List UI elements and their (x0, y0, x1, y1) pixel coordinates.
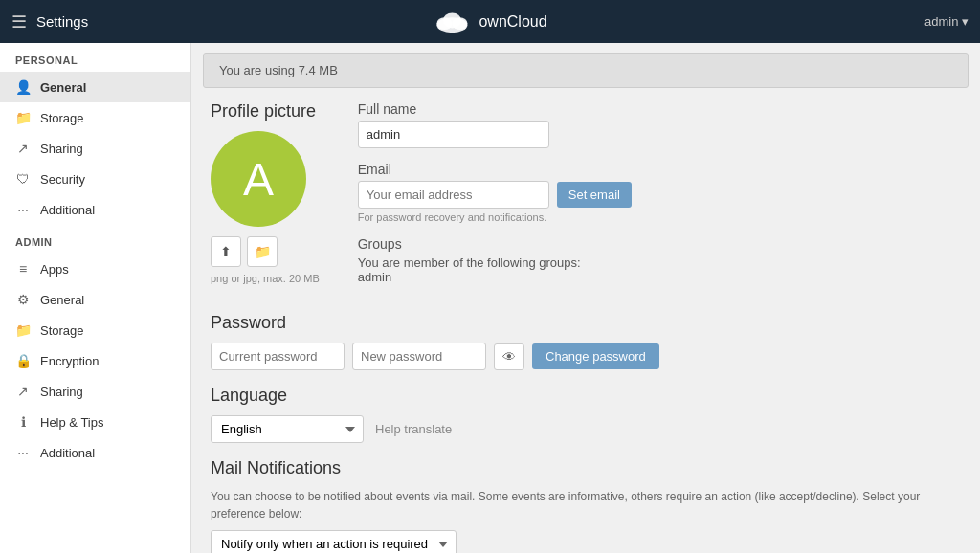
email-row: Set email (358, 181, 961, 209)
sidebar-item-additional-label: Additional (40, 203, 95, 217)
email-group: Email Set email For password recovery an… (358, 162, 961, 223)
apps-icon: ≡ (15, 261, 31, 276)
sidebar-item-sharing[interactable]: ↗ Sharing (0, 133, 190, 164)
email-label: Email (358, 162, 961, 177)
select-from-folder-button[interactable]: 📁 (247, 236, 278, 267)
sidebar-item-admin-additional[interactable]: ··· Additional (0, 437, 190, 468)
sidebar-item-storage-label: Storage (40, 111, 84, 125)
mail-description: You can choose to be notified about even… (211, 488, 961, 522)
top-section-row: Profile picture A ⬆ 📁 png or jpg, max. 2… (211, 101, 961, 298)
nav-left: ☰ Settings (11, 11, 88, 33)
sidebar-item-admin-additional-label: Additional (40, 446, 95, 460)
avatar-buttons: ⬆ 📁 (211, 236, 278, 267)
avatar: A (211, 131, 306, 227)
sharing-icon: ↗ (15, 141, 31, 156)
admin-sharing-icon: ↗ (15, 384, 31, 399)
hamburger-icon[interactable]: ☰ (11, 11, 27, 33)
mail-notifications-section: Mail Notifications You can choose to be … (211, 458, 961, 553)
profile-picture-section: Profile picture A ⬆ 📁 png or jpg, max. 2… (211, 101, 320, 298)
brand-name: ownCloud (479, 13, 546, 31)
profile-picture-heading: Profile picture (211, 101, 316, 122)
language-section: Language English Deutsch Français Españo… (211, 386, 961, 443)
sidebar-item-general[interactable]: 👤 General (0, 72, 190, 102)
sidebar-item-admin-general[interactable]: ⚙ General (0, 284, 190, 315)
app-title: Settings (36, 13, 88, 30)
sidebar-item-security-label: Security (40, 172, 85, 187)
help-translate-link[interactable]: Help translate (375, 422, 452, 436)
sidebar: Personal 👤 General 📁 Storage ↗ Sharing 🛡… (0, 43, 191, 553)
user-menu[interactable]: admin ▾ (924, 14, 969, 29)
password-section: Password 👁 Change password (211, 313, 961, 370)
content-area: Profile picture A ⬆ 📁 png or jpg, max. 2… (191, 98, 980, 553)
form-section: Full name Email Set email For password r… (358, 101, 961, 298)
new-password-input[interactable] (352, 343, 486, 370)
gear-icon: ⚙ (15, 292, 31, 307)
sidebar-item-admin-storage-label: Storage (40, 323, 84, 338)
avatar-hint: png or jpg, max. 20 MB (211, 273, 320, 284)
sidebar-item-general-label: General (40, 80, 86, 95)
groups-list: admin (358, 270, 961, 284)
full-name-input[interactable] (358, 121, 549, 148)
additional-icon: ··· (15, 202, 31, 217)
upload-avatar-button[interactable]: ⬆ (211, 236, 241, 267)
main-content: You are using 7.4 MB Profile picture A ⬆… (191, 43, 980, 553)
sidebar-item-sharing-label: Sharing (40, 142, 83, 156)
sidebar-admin-section: Admin (0, 225, 190, 254)
language-select[interactable]: English Deutsch Français Español (211, 415, 364, 443)
full-name-group: Full name (358, 101, 961, 148)
groups-description: You are member of the following groups: (358, 255, 961, 270)
mail-notifications-heading: Mail Notifications (211, 458, 961, 478)
sidebar-item-help-tips-label: Help & Tips (40, 415, 103, 430)
language-row: English Deutsch Français Español Help tr… (211, 415, 961, 443)
groups-group: Groups You are member of the following g… (358, 236, 961, 284)
cloud-logo-icon (433, 10, 471, 34)
nav-center: ownCloud (433, 10, 546, 34)
sidebar-item-apps-label: Apps (40, 262, 69, 276)
sidebar-item-encryption-label: Encryption (40, 354, 99, 368)
top-navigation: ☰ Settings ownCloud admin ▾ (0, 0, 980, 43)
admin-additional-icon: ··· (15, 445, 31, 460)
groups-label: Groups (358, 236, 961, 252)
sidebar-item-additional[interactable]: ··· Additional (0, 194, 190, 225)
shield-icon: 🛡 (15, 171, 31, 187)
sidebar-item-security[interactable]: 🛡 Security (0, 164, 190, 194)
email-input[interactable] (358, 181, 549, 209)
change-password-button[interactable]: Change password (532, 343, 659, 369)
main-layout: Personal 👤 General 📁 Storage ↗ Sharing 🛡… (0, 43, 980, 553)
lock-icon: 🔒 (15, 353, 31, 368)
user-icon: 👤 (15, 79, 31, 95)
password-row: 👁 Change password (211, 343, 961, 370)
storage-icon: 📁 (15, 110, 31, 125)
sidebar-item-admin-sharing[interactable]: ↗ Sharing (0, 376, 190, 407)
notification-preference-select[interactable]: Notify only when an action is required N… (211, 530, 457, 553)
sidebar-item-admin-storage[interactable]: 📁 Storage (0, 315, 190, 345)
sidebar-item-apps[interactable]: ≡ Apps (0, 254, 190, 284)
info-icon: ℹ (15, 414, 31, 430)
admin-storage-icon: 📁 (15, 322, 31, 338)
current-password-input[interactable] (211, 343, 345, 370)
password-heading: Password (211, 313, 961, 333)
svg-point-3 (443, 12, 461, 28)
sidebar-personal-section: Personal (0, 43, 190, 72)
usage-bar: You are using 7.4 MB (203, 53, 969, 88)
language-heading: Language (211, 386, 961, 406)
full-name-label: Full name (358, 101, 961, 117)
sidebar-item-admin-sharing-label: Sharing (40, 385, 83, 399)
email-hint: For password recovery and notifications. (358, 211, 961, 223)
set-email-button[interactable]: Set email (557, 182, 632, 208)
sidebar-item-admin-general-label: General (40, 293, 84, 307)
sidebar-item-encryption[interactable]: 🔒 Encryption (0, 345, 190, 376)
toggle-password-button[interactable]: 👁 (494, 343, 524, 370)
sidebar-item-help-tips[interactable]: ℹ Help & Tips (0, 407, 190, 437)
sidebar-item-storage[interactable]: 📁 Storage (0, 102, 190, 133)
